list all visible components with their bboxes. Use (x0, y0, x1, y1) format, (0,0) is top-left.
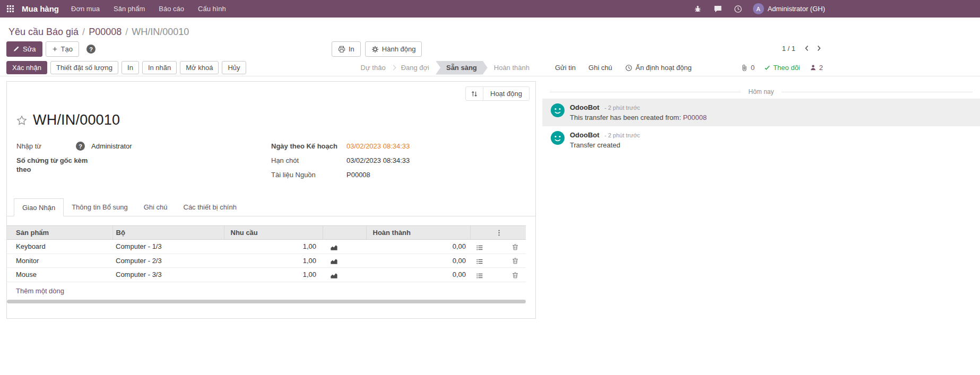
column-header-done[interactable]: Hoàn thành (366, 226, 470, 240)
odoobot-avatar (551, 103, 565, 117)
column-header-demand[interactable]: Nhu cầu (224, 226, 323, 240)
menu-configuration[interactable]: Cấu hình (191, 0, 233, 18)
user-menu[interactable]: Administrator (GH) (768, 0, 831, 18)
help-icon[interactable]: ? (86, 45, 96, 54)
plus-icon (52, 46, 58, 52)
message: OdooBot - 2 phút trước Transfer created (542, 126, 980, 154)
log-note-button[interactable]: Ghi chú (588, 64, 612, 72)
bug-icon[interactable] (688, 0, 708, 18)
confirm-button[interactable]: Xác nhận (6, 61, 47, 74)
clock-icon[interactable] (728, 0, 748, 18)
table-row[interactable]: Keyboard Computer - 1/3 1,00 0,00 (7, 240, 526, 254)
tab-operations[interactable]: Giao Nhận (14, 198, 64, 216)
odoobot-avatar (551, 131, 565, 145)
field-value-receive-from: Administrator (91, 142, 132, 151)
pager-previous-button[interactable] (802, 43, 812, 54)
print-labels-button[interactable]: In nhãn (142, 61, 177, 74)
message-body: This transfer has been created from: P00… (570, 114, 707, 121)
cell-done: 0,00 (366, 254, 470, 268)
follow-button[interactable]: Theo dõi (764, 64, 800, 72)
detailed-operations-icon[interactable] (476, 272, 483, 280)
status-pipeline: Dự thảo Đang đợi Sẵn sàng Hoàn thành (354, 61, 536, 75)
tab-main-devices[interactable]: Các thiết bị chính (176, 198, 245, 216)
paperclip-icon (741, 64, 748, 72)
breadcrumb: Yêu cầu Báo giá / P00008 / WH/IN/00010 (0, 18, 980, 39)
tab-note[interactable]: Ghi chú (136, 198, 176, 216)
followers-button[interactable]: 2 (810, 64, 823, 72)
sort-icon (466, 87, 483, 100)
cell-demand: 1,00 (224, 268, 323, 282)
cell-product: Keyboard (7, 240, 112, 254)
statusbar: Xác nhận Thiết đặt số lượng In In nhãn M… (0, 61, 542, 75)
action-button-label: Hành động (382, 45, 416, 54)
message-record-link[interactable]: P00008 (683, 114, 707, 121)
pencil-icon (13, 46, 20, 53)
trash-icon[interactable] (511, 272, 519, 279)
set-quantities-button[interactable]: Thiết đặt số lượng (50, 61, 118, 74)
schedule-activity-button[interactable]: Ấn định hoạt động (625, 64, 692, 72)
trash-icon[interactable] (511, 257, 519, 265)
attachments-count: 0 (751, 64, 754, 72)
day-divider-label: Hôm nay (741, 88, 781, 95)
column-header-spacer-2 (470, 226, 489, 240)
message-body: Transfer created (570, 141, 640, 149)
form-sheet: Hoạt động WH/IN/00010 Nhập từ ? Administ… (6, 81, 536, 319)
printer-icon (338, 46, 345, 53)
apps-menu-icon[interactable] (0, 0, 21, 18)
status-step-done[interactable]: Hoàn thành (488, 61, 536, 75)
avatar[interactable]: A (753, 3, 764, 14)
attachments-button[interactable]: 0 (741, 64, 754, 72)
star-icon[interactable] (16, 115, 27, 126)
chat-bubble-icon[interactable] (708, 0, 728, 18)
menu-reporting[interactable]: Báo cáo (152, 0, 191, 18)
print-picking-button[interactable]: In (122, 61, 139, 74)
forecast-chart-icon[interactable] (330, 272, 338, 280)
message: OdooBot - 2 phút trước This transfer has… (542, 99, 980, 126)
followers-count: 2 (819, 64, 823, 72)
breadcrumb-link-rfq[interactable]: Yêu cầu Báo giá (8, 27, 79, 38)
menu-products[interactable]: Sản phẩm (107, 0, 152, 18)
cancel-button[interactable]: Hủy (222, 61, 246, 74)
pager-next-button[interactable] (813, 43, 824, 54)
detailed-operations-icon[interactable] (476, 244, 483, 251)
add-line-button[interactable]: Thêm một dòng (16, 287, 64, 295)
cell-demand: 1,00 (224, 254, 323, 268)
column-header-set[interactable]: Bộ (112, 226, 224, 240)
action-button[interactable]: Hành động (365, 41, 422, 57)
field-group: Nhập từ ? Administrator Số chứng từ gốc … (7, 128, 535, 185)
horizontal-scrollbar[interactable] (7, 300, 526, 303)
cell-demand: 1,00 (224, 240, 323, 254)
forecast-chart-icon[interactable] (330, 257, 338, 265)
send-message-button[interactable]: Gửi tin (555, 64, 576, 72)
status-step-waiting[interactable]: Đang đợi (395, 61, 436, 75)
tab-additional-info[interactable]: Thông tin Bổ sung (64, 198, 136, 216)
breadcrumb-link-order[interactable]: P00008 (89, 27, 122, 38)
activity-button[interactable]: Hoạt động (465, 86, 530, 101)
cell-set: Computer - 1/3 (112, 240, 224, 254)
chevron-right-icon (814, 44, 823, 53)
schedule-activity-label: Ấn định hoạt động (636, 64, 692, 72)
cell-set: Computer - 2/3 (112, 254, 224, 268)
print-button[interactable]: In (332, 41, 361, 57)
app-name[interactable]: Mua hàng (21, 0, 64, 18)
edit-button[interactable]: Sửa (6, 41, 42, 57)
message-text: This transfer has been created from: (570, 114, 683, 121)
detailed-operations-icon[interactable] (476, 258, 483, 265)
table-row[interactable]: Monitor Computer - 2/3 1,00 0,00 (7, 254, 526, 268)
create-button[interactable]: Tạo (46, 41, 79, 57)
menu-purchase-orders[interactable]: Đơn mua (64, 0, 107, 18)
field-label-source-documents: Số chứng từ gốc kèm theo (16, 156, 91, 174)
control-panel: Sửa Tạo ? In Hành động (0, 39, 980, 59)
message-author: OdooBot (570, 103, 600, 111)
options-icon[interactable]: ⋮ (496, 229, 502, 237)
trash-icon[interactable] (511, 243, 519, 251)
column-header-product[interactable]: Sản phẩm (7, 226, 112, 240)
status-step-ready[interactable]: Sẵn sàng (436, 61, 488, 75)
forecast-chart-icon[interactable] (330, 243, 338, 251)
status-step-draft[interactable]: Dự thảo (354, 61, 392, 75)
unlock-button[interactable]: Mở khoá (180, 61, 219, 74)
chevron-left-icon (803, 44, 811, 53)
field-label-scheduled-date: Ngày theo Kế hoạch (271, 142, 346, 151)
table-row[interactable]: Mouse Computer - 3/3 1,00 0,00 (7, 268, 526, 282)
form-column: Hoạt động WH/IN/00010 Nhập từ ? Administ… (0, 76, 542, 319)
